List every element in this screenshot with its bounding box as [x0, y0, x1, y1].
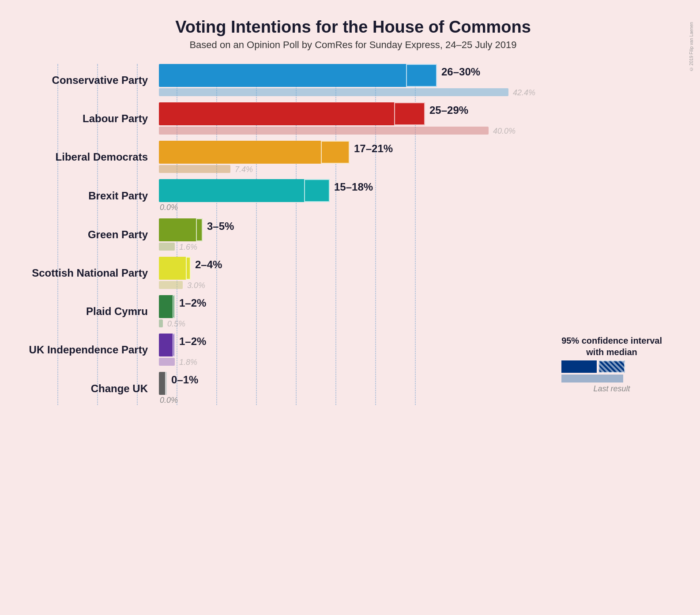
bar-main: 3–5%: [159, 218, 203, 241]
legend-last-bar: [561, 375, 623, 382]
party-label-labour-party: Labour Party: [18, 112, 154, 125]
bar-main: 1–2%: [159, 295, 175, 318]
bar-hatch: [165, 372, 167, 395]
copyright-text: © 2019 Filip van Laenen: [689, 22, 694, 71]
bar-hatch: [321, 141, 350, 164]
party-label-green-party: Green Party: [18, 229, 154, 241]
bar-range-label: 15–18%: [334, 181, 373, 193]
bar-main: 2–4%: [159, 257, 191, 280]
bar-main: 25–29%: [159, 102, 425, 125]
chart-title: Voting Intentions for the House of Commo…: [18, 18, 689, 37]
bar-hatch: [186, 257, 191, 280]
bar-range-label: 1–2%: [179, 297, 206, 309]
bar-last-label: 42.4%: [513, 88, 535, 98]
bar-range-label: 0–1%: [171, 374, 198, 386]
party-row: Liberal Democrats17–21%7.4%: [159, 141, 689, 173]
bar-group: 25–29%40.0%: [159, 102, 689, 135]
party-label-brexit-party: Brexit Party: [18, 190, 154, 202]
bar-last: 1.6%: [159, 243, 175, 251]
bar-group: 26–30%42.4%: [159, 64, 689, 96]
party-label-plaid-cymru: Plaid Cymru: [18, 305, 154, 318]
bar-last-label-zero: 0.0%: [159, 396, 689, 405]
legend-solid-bar: [561, 360, 597, 373]
bar-last-label: 40.0%: [493, 127, 516, 136]
bar-last: 42.4%: [159, 88, 508, 96]
bar-range-label: 25–29%: [429, 104, 468, 116]
party-row: Plaid Cymru1–2%0.5%: [159, 295, 689, 327]
party-label-scottish-national-party: Scottish National Party: [18, 267, 154, 279]
party-label-uk-independence-party: UK Independence Party: [18, 344, 154, 356]
bar-group: 3–5%1.6%: [159, 218, 689, 251]
party-row: Green Party3–5%1.6%: [159, 218, 689, 251]
bar-group: 1–2%0.5%: [159, 295, 689, 327]
bar-group: 2–4%3.0%: [159, 257, 689, 289]
bar-hatch: [394, 102, 425, 125]
bar-group: 15–18%0.0%: [159, 179, 689, 212]
bar-range-label: 17–21%: [354, 142, 393, 155]
bar-last-label: 3.0%: [187, 281, 205, 290]
bar-group: 17–21%7.4%: [159, 141, 689, 173]
bar-range-label: 2–4%: [195, 259, 222, 271]
bar-hatch: [173, 295, 175, 318]
bar-range-label: 3–5%: [207, 220, 234, 232]
bar-hatch: [173, 334, 175, 356]
legend-title: 95% confidence intervalwith median: [561, 335, 662, 358]
bar-hatch: [196, 218, 203, 241]
legend-bars: [561, 360, 662, 373]
legend: 95% confidence intervalwith median Last …: [561, 335, 662, 394]
party-label-liberal-democrats: Liberal Democrats: [18, 151, 154, 163]
bar-last: 40.0%: [159, 127, 489, 135]
bar-hatch: [406, 64, 437, 87]
bar-main: 1–2%: [159, 334, 175, 356]
bar-hatch: [304, 179, 330, 202]
bar-last: 7.4%: [159, 165, 230, 173]
party-row: Labour Party25–29%40.0%: [159, 102, 689, 135]
bar-last-label: 1.8%: [179, 358, 197, 367]
bar-main: 17–21%: [159, 141, 350, 164]
party-label-conservative-party: Conservative Party: [18, 74, 154, 86]
bar-last-label: 7.4%: [235, 165, 253, 174]
party-row: Scottish National Party2–4%3.0%: [159, 257, 689, 289]
bar-last-label-zero: 0.0%: [159, 203, 689, 212]
bar-main: 15–18%: [159, 179, 330, 202]
bar-range-label: 26–30%: [441, 66, 480, 78]
legend-last-label: Last result: [561, 384, 662, 394]
chart-subtitle: Based on an Opinion Poll by ComRes for S…: [18, 39, 689, 51]
chart-container: © 2019 Filip van Laenen Voting Intention…: [9, 9, 697, 429]
legend-hatch-bar: [598, 360, 625, 373]
bar-last-label: 1.6%: [179, 243, 197, 252]
party-row: Conservative Party26–30%42.4%: [159, 64, 689, 96]
bar-last-label: 0.5%: [167, 319, 185, 329]
party-row: Brexit Party15–18%0.0%: [159, 179, 689, 212]
party-label-change-uk: Change UK: [18, 382, 154, 395]
bar-main: 0–1%: [159, 372, 167, 395]
bar-main: 26–30%: [159, 64, 437, 87]
bar-last: 0.5%: [159, 319, 163, 327]
bar-last: 3.0%: [159, 281, 183, 289]
bar-range-label: 1–2%: [179, 335, 206, 348]
bar-last: 1.8%: [159, 358, 175, 366]
